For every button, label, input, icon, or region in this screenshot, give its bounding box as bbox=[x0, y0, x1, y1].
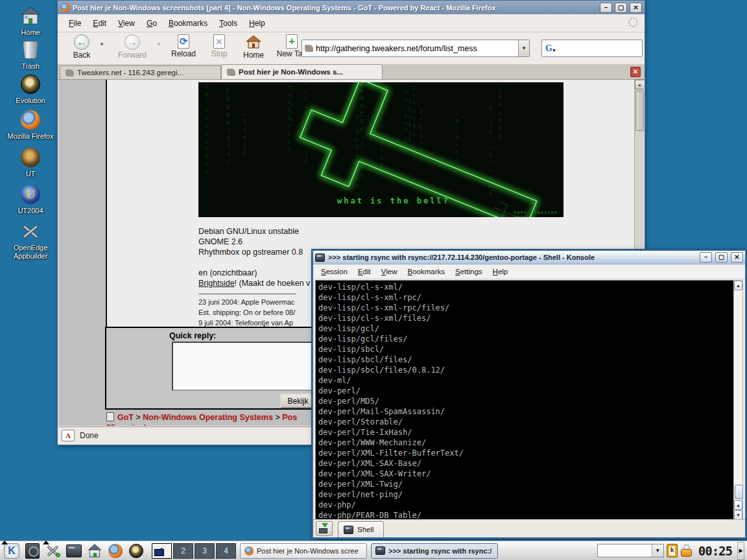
minimize-button[interactable]: – bbox=[600, 3, 612, 13]
task-button-konsole[interactable]: >>> starting rsync with rsync:/ bbox=[371, 543, 498, 559]
desktop-icon-evolution[interactable]: Evolution bbox=[1, 73, 60, 105]
menu-view[interactable]: View bbox=[112, 17, 141, 30]
pager-desktop-4[interactable]: 4 bbox=[216, 543, 236, 559]
scroll-up-icon[interactable]: ▲ bbox=[734, 500, 742, 510]
panel-combobox: ▼ bbox=[597, 544, 664, 557]
panel-hide-icon[interactable]: ▶ bbox=[737, 542, 744, 560]
menu-settings[interactable]: Settings bbox=[450, 266, 488, 277]
firefox-icon bbox=[244, 546, 254, 555]
back-dropdown-icon[interactable]: ▼ bbox=[99, 41, 104, 47]
stop-button[interactable]: ✕ Stop bbox=[206, 34, 233, 58]
menu-edit[interactable]: Edit bbox=[353, 266, 376, 277]
tab-tweakers[interactable]: Tweakers.net - 116.243 geregi... bbox=[60, 65, 221, 79]
scroll-up-icon[interactable]: ▲ bbox=[635, 80, 644, 89]
breadcrumb-pages-link[interactable]: 35 pagina's bbox=[106, 423, 150, 426]
status-text: Done bbox=[80, 431, 99, 440]
tab-post-hier[interactable]: Post hier je Non-Windows s... bbox=[221, 64, 383, 79]
throbber-icon bbox=[628, 18, 638, 27]
forward-button[interactable]: → Forward bbox=[112, 34, 152, 60]
close-button[interactable]: ✕ bbox=[630, 3, 642, 13]
panel-clock[interactable]: 00:25 bbox=[696, 544, 735, 558]
reload-button[interactable]: ⟳ Reload bbox=[167, 34, 200, 58]
session-tab-shell[interactable]: Shell bbox=[338, 521, 384, 537]
desktop-icon-openedge[interactable]: OpenEdge Appbuilder bbox=[1, 220, 60, 261]
search-box: G▼ bbox=[541, 40, 643, 57]
terminal-output[interactable]: dev-lisp/cl-s-xml/ dev-lisp/cl-s-xml-rpc… bbox=[315, 280, 735, 520]
reload-icon: ⟳ bbox=[178, 34, 189, 49]
menu-edit[interactable]: Edit bbox=[87, 17, 112, 30]
firefox-window-title: Post hier je Non-Windows screenshots [pa… bbox=[73, 4, 597, 12]
desktop-pager: 1 2 3 4 bbox=[152, 543, 236, 559]
preview-button[interactable]: Bekijk bbox=[280, 393, 316, 408]
device-icon bbox=[25, 543, 40, 559]
k-menu-button[interactable]: K bbox=[3, 542, 21, 559]
page-favicon bbox=[305, 45, 313, 52]
pager-desktop-3[interactable]: 3 bbox=[195, 543, 215, 559]
combobox-input[interactable] bbox=[598, 544, 652, 557]
menu-view[interactable]: View bbox=[376, 266, 403, 277]
firefox-titlebar[interactable]: Post hier je Non-Windows screenshots [pa… bbox=[58, 1, 645, 14]
device-launcher[interactable] bbox=[23, 542, 42, 559]
home-launcher[interactable] bbox=[86, 542, 104, 559]
klipper-icon[interactable] bbox=[667, 544, 678, 557]
lock-icon[interactable] bbox=[680, 544, 693, 557]
firefox-window-icon bbox=[60, 3, 70, 12]
task-button-firefox[interactable]: Post hier je Non-Windows scree bbox=[240, 543, 367, 559]
breadcrumb-topic-link[interactable]: Pos bbox=[282, 413, 297, 422]
scroll-down-icon[interactable]: ▼ bbox=[734, 510, 742, 520]
close-button[interactable]: ✕ bbox=[731, 252, 743, 262]
combobox-dropdown-icon[interactable]: ▼ bbox=[652, 544, 663, 557]
new-session-button[interactable] bbox=[316, 521, 333, 536]
maximize-button[interactable]: ▢ bbox=[715, 252, 728, 262]
home-button[interactable]: Home bbox=[238, 34, 269, 60]
desktop-icon-ut[interactable]: UT bbox=[1, 146, 60, 178]
breadcrumb-got-link[interactable]: GoT bbox=[117, 413, 134, 422]
menu-go[interactable]: Go bbox=[141, 17, 163, 30]
page-style-icon[interactable]: A bbox=[62, 430, 75, 441]
evolution-mail-icon bbox=[19, 73, 42, 95]
konsole-launcher[interactable] bbox=[65, 542, 83, 559]
menu-help[interactable]: Help bbox=[488, 266, 514, 277]
scrollbar-thumb[interactable] bbox=[635, 91, 644, 131]
desktop-icon-label: UT2004 bbox=[1, 207, 60, 215]
firefox-tabbar: Tweakers.net - 116.243 geregi... Post hi… bbox=[58, 65, 645, 80]
settings-launcher[interactable] bbox=[44, 542, 62, 559]
post-text: Debian GNU/Linux unstable GNOME 2.6 Rhyt… bbox=[198, 226, 310, 288]
evolution-launcher[interactable] bbox=[127, 542, 145, 559]
desktop-icon-firefox[interactable]: Mozilla Firefox bbox=[1, 109, 60, 141]
konsole-window-icon bbox=[315, 253, 325, 262]
menu-session[interactable]: Session bbox=[316, 266, 353, 277]
minimize-button[interactable]: – bbox=[700, 252, 712, 262]
brightside-link[interactable]: Brightside bbox=[198, 279, 235, 288]
url-input[interactable] bbox=[316, 44, 518, 53]
menu-file[interactable]: File bbox=[63, 17, 87, 30]
menu-help[interactable]: Help bbox=[243, 17, 271, 30]
terminal-scrollbar[interactable]: ▲ ▲ ▼ bbox=[733, 280, 743, 520]
desktop-icon-home[interactable]: Home bbox=[1, 5, 60, 37]
konsole-titlebar[interactable]: >>> starting rsync with rsync://217.72.1… bbox=[313, 251, 745, 264]
scroll-up-icon[interactable]: ▲ bbox=[734, 281, 742, 290]
search-input[interactable] bbox=[554, 44, 655, 53]
forward-dropdown-icon[interactable]: ▼ bbox=[156, 41, 161, 47]
maximize-button[interactable]: ▢ bbox=[615, 3, 627, 13]
pager-desktop-1[interactable]: 1 bbox=[152, 543, 172, 559]
desktop-icon-ut2004[interactable]: U UT2004 bbox=[1, 183, 60, 215]
desktop-icon-label: Evolution bbox=[1, 97, 60, 105]
breadcrumb-forum-link[interactable]: Non-Windows Operating Systems bbox=[143, 413, 273, 422]
pager-desktop-2[interactable]: 2 bbox=[173, 543, 193, 559]
tabbar-close-icon[interactable]: ✕ bbox=[630, 67, 641, 77]
trash-can-icon bbox=[19, 39, 42, 61]
tab-favicon bbox=[227, 69, 235, 76]
menu-tools[interactable]: Tools bbox=[213, 17, 243, 30]
tab-favicon bbox=[65, 69, 74, 76]
back-button[interactable]: ← Back bbox=[67, 34, 97, 60]
matrix-credit: hans claesson 2000 bbox=[514, 210, 563, 217]
url-dropdown-icon[interactable]: ▼ bbox=[518, 40, 529, 56]
google-icon[interactable]: G▼ bbox=[545, 43, 552, 54]
firefox-launcher[interactable] bbox=[106, 542, 124, 559]
desktop-icon-trash[interactable]: Trash bbox=[1, 39, 60, 71]
menu-bookmarks[interactable]: Bookmarks bbox=[163, 17, 213, 30]
desktop-icon-label: Home bbox=[1, 29, 60, 37]
menu-bookmarks[interactable]: Bookmarks bbox=[402, 266, 450, 277]
scrollbar-thumb[interactable] bbox=[735, 485, 743, 499]
